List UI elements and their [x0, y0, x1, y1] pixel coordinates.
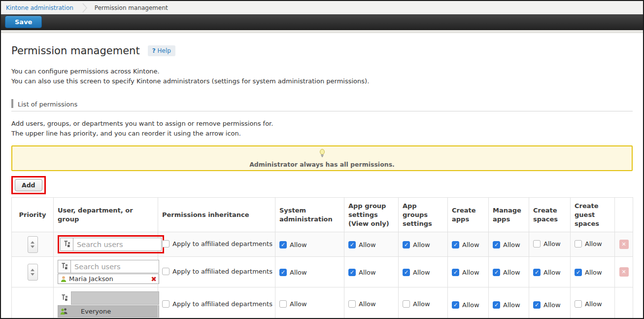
intro-text: You can configure permissions across Kin…	[11, 67, 633, 86]
allow-checkbox-1[interactable]	[348, 241, 356, 248]
allow-checkbox-5[interactable]	[533, 301, 541, 309]
allow-label: Allow	[290, 241, 307, 248]
org-tree-picker-button[interactable]	[60, 238, 73, 251]
allow-checkbox-0[interactable]	[279, 241, 287, 248]
inheritance-label: Apply to affiliated departments	[172, 300, 272, 308]
hint-line-1: Add users, groups, or departments you wa…	[11, 119, 633, 129]
allow-label: Allow	[290, 300, 307, 308]
inheritance-checkbox[interactable]	[162, 300, 169, 308]
add-button[interactable]: Add	[15, 179, 42, 191]
delete-row-button[interactable]: ✕	[619, 240, 629, 249]
column-header-permissions-inheritance: Permissions inheritance	[158, 198, 275, 232]
user-icon	[60, 276, 67, 283]
column-header-app-groups-settings: App groups settings	[399, 198, 448, 232]
allow-checkbox-5[interactable]	[533, 269, 541, 276]
column-header-manage-apps: Manage apps	[489, 198, 529, 232]
arrow-up-icon[interactable]	[31, 269, 34, 271]
allow-checkbox-5[interactable]	[533, 240, 541, 248]
allow-label: Allow	[462, 301, 479, 309]
main-content: Permission management ? Help You can con…	[1, 33, 643, 319]
allow-label: Allow	[543, 240, 561, 248]
section-header-bar	[11, 99, 13, 108]
org-tree-icon	[63, 240, 71, 249]
search-users-input	[71, 291, 159, 305]
priority-reorder-stepper[interactable]	[28, 264, 38, 281]
org-tree-icon	[61, 293, 68, 303]
allow-label: Allow	[543, 301, 561, 309]
column-header-actions	[615, 198, 633, 232]
arrow-down-icon[interactable]	[31, 273, 34, 276]
allow-checkbox-0[interactable]	[279, 300, 287, 308]
page-title: Permission management	[11, 45, 140, 57]
chip-name: Maria Jackson	[69, 275, 113, 283]
inheritance-checkbox[interactable]	[162, 268, 169, 275]
org-tree-picker-button	[58, 291, 71, 305]
priority-reorder-stepper[interactable]	[28, 236, 38, 253]
hint-line-2: The upper line has priority, and you can…	[11, 129, 633, 139]
allow-label: Allow	[413, 300, 430, 308]
allow-checkbox-3[interactable]	[452, 241, 459, 248]
allow-checkbox-4[interactable]	[493, 269, 500, 276]
remove-user-icon[interactable]: ✖	[151, 276, 157, 283]
allow-checkbox-6[interactable]	[575, 240, 582, 248]
allow-label: Allow	[290, 269, 307, 276]
permission-row-3: EveryoneApply to affiliated departmentsA…	[12, 287, 633, 319]
allow-label: Allow	[359, 269, 376, 276]
search-users-input[interactable]	[71, 260, 159, 273]
allow-checkbox-3[interactable]	[452, 301, 459, 309]
save-button[interactable]: Save	[5, 16, 42, 28]
allow-checkbox-3[interactable]	[452, 269, 459, 276]
allow-checkbox-6[interactable]	[575, 300, 582, 308]
allow-label: Allow	[503, 269, 520, 276]
column-header-system-administration: System administration	[275, 198, 344, 232]
column-header-create-spaces: Create spaces	[529, 198, 571, 232]
org-tree-icon	[61, 262, 68, 271]
lightbulb-icon	[319, 149, 325, 160]
allow-checkbox-2[interactable]	[403, 241, 410, 248]
search-users-input[interactable]	[73, 238, 162, 251]
allow-checkbox-2[interactable]	[403, 269, 410, 276]
column-header-create-guest-spaces: Create guest spaces	[571, 198, 615, 232]
notice-box: Administrator always has all permissions…	[11, 145, 633, 171]
column-header-user-department-or-group: User, department, or group	[54, 198, 158, 232]
inheritance-label: Apply to affiliated departments	[172, 240, 272, 248]
allow-checkbox-4[interactable]	[493, 301, 500, 309]
allow-label: Allow	[359, 241, 376, 248]
help-button[interactable]: ? Help	[148, 45, 175, 56]
allow-checkbox-1[interactable]	[348, 300, 356, 308]
column-header-priority: Priority	[12, 198, 54, 232]
allow-label: Allow	[413, 241, 430, 248]
breadcrumb-link-kintone-administration[interactable]: Kintone administration	[6, 4, 73, 11]
add-button-annotation: Add	[11, 176, 46, 194]
group-icon	[60, 308, 68, 315]
permission-row-1: Apply to affiliated departmentsAllowAllo…	[12, 232, 633, 257]
user-chip: Maria Jackson✖	[58, 274, 159, 284]
question-icon: ?	[152, 47, 156, 54]
breadcrumb-current: Permission management	[95, 4, 168, 11]
allow-checkbox-6[interactable]	[575, 269, 582, 276]
allow-label: Allow	[543, 269, 561, 276]
arrow-up-icon[interactable]	[31, 241, 34, 244]
allow-label: Allow	[585, 240, 602, 248]
column-header-app-group-settings-view-only: App group settings (View only)	[344, 198, 399, 232]
arrow-down-icon[interactable]	[31, 246, 34, 248]
permissions-table: PriorityUser, department, or groupPermis…	[11, 197, 633, 319]
delete-row-button[interactable]: ✕	[619, 267, 629, 277]
org-tree-picker-button[interactable]	[58, 260, 71, 273]
allow-checkbox-0[interactable]	[279, 269, 287, 276]
inheritance-checkbox[interactable]	[162, 240, 169, 248]
allow-label: Allow	[359, 300, 376, 308]
search-field-annotation	[58, 235, 164, 253]
allow-label: Allow	[503, 241, 520, 248]
intro-line-1: You can configure permissions across Kin…	[11, 67, 633, 76]
allow-label: Allow	[413, 269, 430, 276]
notice-text: Administrator always has all permissions…	[249, 161, 395, 168]
allow-checkbox-2[interactable]	[403, 300, 410, 308]
column-header-create-apps: Create apps	[448, 198, 489, 232]
allow-label: Allow	[462, 241, 479, 248]
allow-checkbox-1[interactable]	[348, 269, 356, 276]
allow-checkbox-4[interactable]	[493, 241, 500, 248]
section-header: List of permissions	[11, 99, 633, 111]
kintone-admin-window: Kintone administration Permission manage…	[0, 0, 644, 319]
group-chip: Everyone	[58, 305, 159, 318]
